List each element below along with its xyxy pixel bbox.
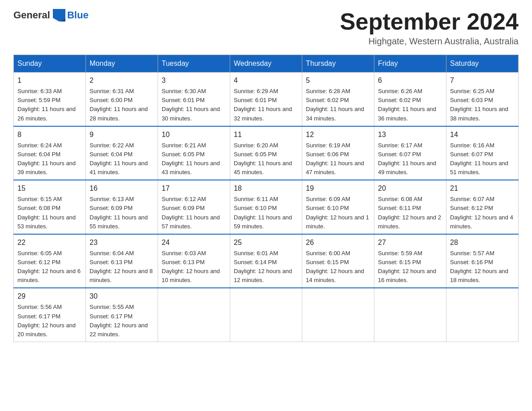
title-area: September 2024 Highgate, Western Austral… [340,9,519,47]
day-info: Sunrise: 6:22 AMSunset: 6:04 PMDaylight:… [90,141,154,177]
calendar-header-row: SundayMondayTuesdayWednesdayThursdayFrid… [14,55,519,73]
day-number: 25 [234,237,298,248]
day-info: Sunrise: 6:04 AMSunset: 6:13 PMDaylight:… [90,249,154,285]
day-number: 2 [90,75,154,86]
calendar-day-cell [302,288,374,342]
day-number: 10 [162,129,226,140]
day-info: Sunrise: 6:08 AMSunset: 6:11 PMDaylight:… [378,195,442,231]
calendar-day-cell: 13Sunrise: 6:17 AMSunset: 6:07 PMDayligh… [374,126,446,180]
logo-text-general: General [13,9,50,21]
logo-text-blue: Blue [67,9,89,21]
calendar-day-cell: 18Sunrise: 6:11 AMSunset: 6:10 PMDayligh… [230,180,302,234]
day-info: Sunrise: 6:00 AMSunset: 6:15 PMDaylight:… [306,249,370,285]
calendar-week-row: 29Sunrise: 5:56 AMSunset: 6:17 PMDayligh… [14,288,519,342]
calendar-day-cell: 8Sunrise: 6:24 AMSunset: 6:04 PMDaylight… [14,126,86,180]
day-info: Sunrise: 6:21 AMSunset: 6:05 PMDaylight:… [162,141,226,177]
day-info: Sunrise: 6:31 AMSunset: 6:00 PMDaylight:… [90,87,154,123]
day-info: Sunrise: 6:24 AMSunset: 6:04 PMDaylight:… [17,141,82,177]
calendar-day-cell: 24Sunrise: 6:03 AMSunset: 6:13 PMDayligh… [158,234,230,288]
calendar-day-cell [158,288,230,342]
day-number: 23 [90,237,154,248]
calendar-week-row: 1Sunrise: 6:33 AMSunset: 5:59 PMDaylight… [14,73,519,126]
calendar-day-cell: 29Sunrise: 5:56 AMSunset: 6:17 PMDayligh… [14,288,86,342]
calendar-day-cell: 1Sunrise: 6:33 AMSunset: 5:59 PMDaylight… [14,73,86,126]
day-number: 11 [234,129,298,140]
day-number: 22 [17,237,82,248]
day-info: Sunrise: 6:11 AMSunset: 6:10 PMDaylight:… [234,195,298,231]
day-info: Sunrise: 6:03 AMSunset: 6:13 PMDaylight:… [162,249,226,285]
day-number: 16 [90,183,154,194]
calendar-day-cell: 22Sunrise: 6:05 AMSunset: 6:12 PMDayligh… [14,234,86,288]
day-info: Sunrise: 6:12 AMSunset: 6:09 PMDaylight:… [162,195,226,231]
day-info: Sunrise: 6:33 AMSunset: 5:59 PMDaylight:… [17,87,82,123]
day-number: 24 [162,237,226,248]
day-number: 30 [90,291,154,302]
calendar-day-cell: 7Sunrise: 6:25 AMSunset: 6:03 PMDaylight… [446,73,519,126]
day-number: 19 [306,183,370,194]
day-number: 8 [17,129,82,140]
day-info: Sunrise: 6:19 AMSunset: 6:06 PMDaylight:… [306,141,370,177]
month-year-title: September 2024 [340,9,519,34]
day-number: 21 [450,183,515,194]
calendar-day-cell: 15Sunrise: 6:15 AMSunset: 6:08 PMDayligh… [14,180,86,234]
calendar-day-cell: 26Sunrise: 6:00 AMSunset: 6:15 PMDayligh… [302,234,374,288]
day-info: Sunrise: 5:56 AMSunset: 6:17 PMDaylight:… [17,303,82,339]
calendar-day-cell: 2Sunrise: 6:31 AMSunset: 6:00 PMDaylight… [86,73,158,126]
calendar-header-thursday: Thursday [302,55,374,73]
calendar-day-cell: 6Sunrise: 6:26 AMSunset: 6:02 PMDaylight… [374,73,446,126]
day-info: Sunrise: 6:07 AMSunset: 6:12 PMDaylight:… [450,195,515,231]
calendar-table: SundayMondayTuesdayWednesdayThursdayFrid… [13,55,519,342]
calendar-day-cell: 11Sunrise: 6:20 AMSunset: 6:05 PMDayligh… [230,126,302,180]
calendar-day-cell: 20Sunrise: 6:08 AMSunset: 6:11 PMDayligh… [374,180,446,234]
calendar-day-cell: 25Sunrise: 6:01 AMSunset: 6:14 PMDayligh… [230,234,302,288]
day-number: 14 [450,129,515,140]
day-number: 1 [17,75,82,86]
calendar-day-cell: 27Sunrise: 5:59 AMSunset: 6:15 PMDayligh… [374,234,446,288]
calendar-day-cell: 17Sunrise: 6:12 AMSunset: 6:09 PMDayligh… [158,180,230,234]
day-info: Sunrise: 6:26 AMSunset: 6:02 PMDaylight:… [378,87,442,123]
day-info: Sunrise: 6:01 AMSunset: 6:14 PMDaylight:… [234,249,298,285]
day-info: Sunrise: 6:30 AMSunset: 6:01 PMDaylight:… [162,87,226,123]
day-number: 3 [162,75,226,86]
day-info: Sunrise: 5:57 AMSunset: 6:16 PMDaylight:… [450,249,515,285]
day-info: Sunrise: 6:28 AMSunset: 6:02 PMDaylight:… [306,87,370,123]
calendar-header-monday: Monday [86,55,158,73]
day-number: 28 [450,237,515,248]
day-number: 27 [378,237,442,248]
calendar-day-cell [230,288,302,342]
calendar-day-cell: 14Sunrise: 6:16 AMSunset: 6:07 PMDayligh… [446,126,519,180]
day-number: 20 [378,183,442,194]
calendar-header-wednesday: Wednesday [230,55,302,73]
day-number: 26 [306,237,370,248]
day-info: Sunrise: 6:15 AMSunset: 6:08 PMDaylight:… [17,195,82,231]
day-info: Sunrise: 6:05 AMSunset: 6:12 PMDaylight:… [17,249,82,285]
day-info: Sunrise: 6:25 AMSunset: 6:03 PMDaylight:… [450,87,515,123]
calendar-week-row: 22Sunrise: 6:05 AMSunset: 6:12 PMDayligh… [14,234,519,288]
day-info: Sunrise: 6:16 AMSunset: 6:07 PMDaylight:… [450,141,515,177]
calendar-day-cell: 23Sunrise: 6:04 AMSunset: 6:13 PMDayligh… [86,234,158,288]
logo-icon [53,9,65,21]
day-info: Sunrise: 6:17 AMSunset: 6:07 PMDaylight:… [378,141,442,177]
calendar-day-cell [446,288,519,342]
calendar-day-cell: 19Sunrise: 6:09 AMSunset: 6:10 PMDayligh… [302,180,374,234]
calendar-week-row: 8Sunrise: 6:24 AMSunset: 6:04 PMDaylight… [14,126,519,180]
calendar-day-cell [374,288,446,342]
calendar-day-cell: 5Sunrise: 6:28 AMSunset: 6:02 PMDaylight… [302,73,374,126]
calendar-day-cell: 3Sunrise: 6:30 AMSunset: 6:01 PMDaylight… [158,73,230,126]
calendar-header-saturday: Saturday [446,55,519,73]
calendar-header-friday: Friday [374,55,446,73]
day-number: 29 [17,291,82,302]
day-number: 5 [306,75,370,86]
day-number: 13 [378,129,442,140]
page-header: General Blue September 2024 Highgate, We… [13,9,519,47]
day-number: 18 [234,183,298,194]
calendar-day-cell: 9Sunrise: 6:22 AMSunset: 6:04 PMDaylight… [86,126,158,180]
day-number: 15 [17,183,82,194]
day-number: 4 [234,75,298,86]
calendar-header-tuesday: Tuesday [158,55,230,73]
calendar-day-cell: 16Sunrise: 6:13 AMSunset: 6:09 PMDayligh… [86,180,158,234]
calendar-day-cell: 21Sunrise: 6:07 AMSunset: 6:12 PMDayligh… [446,180,519,234]
calendar-day-cell: 28Sunrise: 5:57 AMSunset: 6:16 PMDayligh… [446,234,519,288]
location-subtitle: Highgate, Western Australia, Australia [340,36,519,47]
day-info: Sunrise: 6:13 AMSunset: 6:09 PMDaylight:… [90,195,154,231]
